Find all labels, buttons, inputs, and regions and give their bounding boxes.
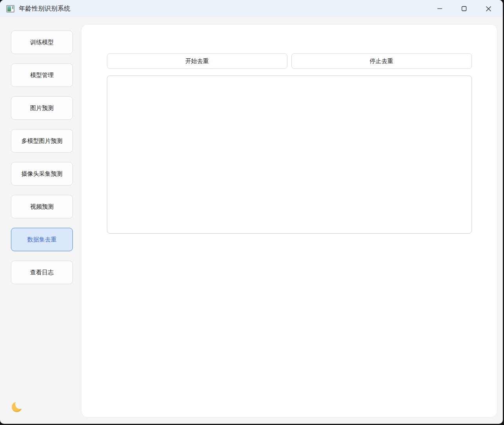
window-title: 年龄性别识别系统 [19, 5, 70, 13]
sidebar-item-camera-predict[interactable]: 摄像头采集预测 [11, 162, 73, 185]
dedup-log-area[interactable] [107, 76, 472, 234]
sidebar-item-dataset-dedup[interactable]: 数据集去重 [11, 228, 73, 251]
close-icon [486, 6, 491, 12]
titlebar: 年龄性别识别系统 [0, 0, 503, 17]
app-icon [6, 5, 14, 13]
moon-sparkle [20, 405, 21, 406]
start-dedup-button[interactable]: 开始去重 [107, 53, 287, 69]
sidebar-item-image-predict[interactable]: 图片预测 [11, 96, 73, 120]
app-icon-strip [12, 6, 13, 9]
sidebar-item-video-predict[interactable]: 视频预测 [11, 195, 73, 218]
app-icon-pane [11, 6, 13, 11]
moon-sparkle [22, 403, 23, 404]
dedup-button-row: 开始去重 停止去重 [107, 53, 472, 69]
moon-sparkle [18, 401, 20, 402]
dedup-content: 开始去重 停止去重 [107, 53, 472, 235]
maximize-icon [461, 6, 467, 11]
moon-sparkle [18, 407, 19, 409]
theme-toggle-button[interactable] [12, 400, 25, 413]
app-window: 年龄性别识别系统 训练模型 模型管理 图片预测 多模型图片预测 摄像头采集预测 … [0, 0, 503, 424]
stop-dedup-button[interactable]: 停止去重 [291, 53, 472, 69]
minimize-button[interactable] [428, 0, 452, 17]
moon-sparkle [21, 406, 23, 408]
maximize-button[interactable] [452, 0, 476, 17]
minimize-icon [437, 6, 443, 11]
moon-sparkle [16, 404, 18, 406]
sidebar-item-train-model[interactable]: 训练模型 [11, 31, 73, 54]
app-icon-picture [7, 6, 11, 11]
sidebar: 训练模型 模型管理 图片预测 多模型图片预测 摄像头采集预测 视频预测 数据集去… [0, 17, 81, 424]
sidebar-item-model-management[interactable]: 模型管理 [11, 63, 73, 87]
sidebar-item-view-logs[interactable]: 查看日志 [11, 261, 73, 284]
sidebar-item-multi-model-predict[interactable]: 多模型图片预测 [11, 129, 73, 153]
moon-icon [12, 401, 23, 412]
main-panel: 开始去重 停止去重 [81, 24, 497, 418]
close-button[interactable] [476, 0, 500, 17]
